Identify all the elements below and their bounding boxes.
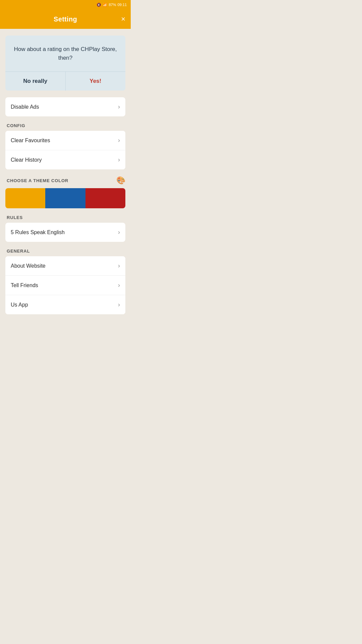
theme-color-label: CHOOSE A THEME COLOR xyxy=(7,178,68,183)
general-section: GENERAL About Website › Tell Friends › U… xyxy=(5,249,125,314)
disable-ads-item[interactable]: Disable Ads › xyxy=(5,97,125,116)
status-bar: 🔇 📶 87% 09:11 xyxy=(0,0,131,9)
rating-question: How about a rating on the CHPlay Store, … xyxy=(5,36,125,72)
tell-friends-item[interactable]: Tell Friends › xyxy=(5,276,125,295)
theme-color-red[interactable] xyxy=(85,188,125,208)
config-menu-group: Clear Favourites › Clear History › xyxy=(5,131,125,169)
close-button[interactable]: × xyxy=(121,15,125,23)
rules-speak-english-item[interactable]: 5 Rules Speak English › xyxy=(5,223,125,242)
rating-card: How about a rating on the CHPlay Store, … xyxy=(5,36,125,91)
header: Setting × xyxy=(0,9,131,29)
theme-colors-bar[interactable] xyxy=(5,188,125,208)
status-icons: 🔇 📶 87% 09:11 xyxy=(97,3,127,7)
mute-icon: 🔇 xyxy=(97,3,101,7)
page-title: Setting xyxy=(54,15,77,23)
rating-buttons: No really Yes! xyxy=(5,72,125,91)
tell-friends-chevron: › xyxy=(118,282,120,289)
clear-favourites-chevron: › xyxy=(118,137,120,144)
config-section-header: CONFIG xyxy=(7,123,125,128)
disable-ads-chevron: › xyxy=(118,103,120,110)
about-website-item[interactable]: About Website › xyxy=(5,256,125,276)
rules-speak-english-chevron: › xyxy=(118,229,120,236)
clear-history-item[interactable]: Clear History › xyxy=(5,150,125,169)
no-really-button[interactable]: No really xyxy=(5,72,66,91)
general-section-header: GENERAL xyxy=(7,249,125,254)
yes-button[interactable]: Yes! xyxy=(66,72,126,91)
us-app-item[interactable]: Us App › xyxy=(5,295,125,314)
tell-friends-label: Tell Friends xyxy=(11,282,38,288)
theme-color-section: CHOOSE A THEME COLOR 🎨 xyxy=(5,176,125,208)
about-website-chevron: › xyxy=(118,262,120,269)
about-website-label: About Website xyxy=(11,263,46,269)
disable-ads-section: Disable Ads › xyxy=(5,97,125,116)
clear-history-label: Clear History xyxy=(11,157,42,163)
us-app-chevron: › xyxy=(118,301,120,308)
time-text: 09:11 xyxy=(117,3,127,7)
content-area: How about a rating on the CHPlay Store, … xyxy=(0,29,131,324)
clear-favourites-item[interactable]: Clear Favourites › xyxy=(5,131,125,150)
wifi-icon: 📶 xyxy=(103,3,107,7)
disable-ads-label: Disable Ads xyxy=(11,104,39,110)
rules-speak-english-label: 5 Rules Speak English xyxy=(11,229,65,235)
theme-color-orange[interactable] xyxy=(5,188,45,208)
theme-color-blue[interactable] xyxy=(45,188,85,208)
theme-header: CHOOSE A THEME COLOR 🎨 xyxy=(7,176,125,185)
battery-text: 87% xyxy=(109,3,116,7)
us-app-label: Us App xyxy=(11,302,28,308)
clear-favourites-label: Clear Favourites xyxy=(11,138,50,144)
config-section: CONFIG Clear Favourites › Clear History … xyxy=(5,123,125,169)
general-menu-group: About Website › Tell Friends › Us App › xyxy=(5,256,125,314)
rules-menu-group: 5 Rules Speak English › xyxy=(5,223,125,242)
palette-icon: 🎨 xyxy=(116,176,125,185)
rules-section-header: RULES xyxy=(7,215,125,220)
rules-section: RULES 5 Rules Speak English › xyxy=(5,215,125,242)
clear-history-chevron: › xyxy=(118,156,120,163)
